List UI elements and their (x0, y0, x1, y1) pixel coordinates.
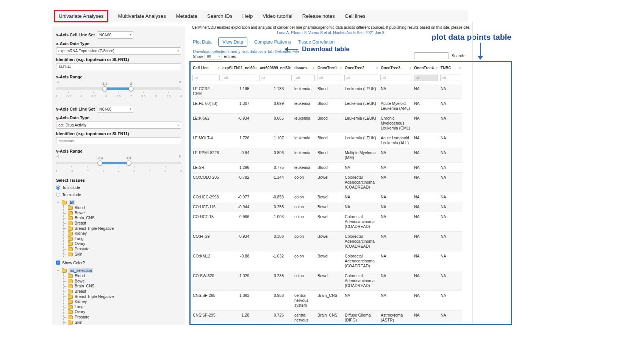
tissue-tree-item-skin[interactable]: Skin (64, 251, 181, 257)
tissue-tree-item-ovary[interactable]: Ovary (64, 241, 181, 247)
column-header-oncotree4[interactable]: OncoTree4▲▼ (413, 63, 439, 73)
sort-icon[interactable]: ▲▼ (409, 66, 411, 70)
tissue-tree-item-blood[interactable]: Blood (64, 205, 181, 211)
nav-item-release-notes[interactable]: Release notes (302, 13, 335, 19)
tab-view-data[interactable]: View Data (218, 37, 247, 47)
color-tree-item-skin[interactable]: Skin (64, 320, 181, 325)
color-tree-item-blood[interactable]: Blood (64, 273, 181, 279)
nav-item-cell-lines[interactable]: Cell lines (345, 13, 366, 19)
sort-icon[interactable]: ▲▼ (436, 66, 438, 70)
tissue-tree-item-breast-triple-negative[interactable]: Breast Triple Negative (64, 226, 181, 231)
column-filter-tnbc[interactable] (440, 75, 461, 81)
tissues-exclude-radio[interactable]: To exclude (56, 192, 181, 197)
table-row[interactable]: LE:SR1.2960.775leukemiaBloodNANANANA (191, 163, 462, 173)
tab-compare-patterns[interactable]: Compare Patterns (254, 39, 291, 45)
tissue-tree-item-bowel[interactable]: Bowel (64, 211, 181, 216)
table-row[interactable]: LE:K-562-0.9340.065leukemiaBloodLeukemia… (191, 114, 462, 133)
nav-item-search-ids[interactable]: Search IDs (207, 13, 233, 19)
y-range-slider[interactable]: -88 -2.4 1.3 -8-6-4-202468 (56, 154, 181, 174)
nav-item-metadata[interactable]: Metadata (176, 13, 197, 19)
sort-icon[interactable]: ▲▼ (217, 66, 220, 70)
y-data-type-select[interactable]: act: Drug Activity ▾ (56, 122, 181, 129)
color-tree-item-prostate[interactable]: Prostate (64, 315, 181, 320)
nav-item-help[interactable]: Help (242, 13, 253, 19)
color-tree-item-bowel[interactable]: Bowel (64, 279, 181, 284)
tree-collapse-icon[interactable]: ▾ (56, 201, 60, 204)
column-filter-tissues[interactable] (294, 75, 315, 81)
column-filter-expslfn11-nci60[interactable] (222, 75, 257, 81)
y-cell-line-set-select[interactable]: NCI-60 ▾ (97, 106, 133, 113)
slider-handle-high[interactable]: 1.3 (126, 161, 131, 165)
table-row[interactable]: LE:MOLT-41.7261.107leukemiaBloodLeukemia… (191, 133, 462, 148)
column-header-oncotree1[interactable]: OncoTree1▲▼ (316, 63, 343, 73)
sort-icon[interactable]: ▲▼ (459, 66, 461, 70)
tissue-tree-item-kidney[interactable]: Kidney (64, 231, 181, 236)
table-row[interactable]: CNS:SF-2681.8630.958central nervous syst… (191, 291, 462, 311)
slider-track[interactable]: -2.4 1.3 (56, 162, 181, 164)
column-filter-oncotree4[interactable] (414, 75, 438, 81)
tissue-tree-item-lung[interactable]: Lung (64, 236, 181, 242)
entries-count-select[interactable]: 60 ▾ (205, 53, 222, 59)
color-tree-item-ovary[interactable]: Ovary (64, 309, 181, 315)
nav-item-multivariate-analyses[interactable]: Multivariate Analyses (118, 13, 166, 19)
column-filter-oncotree2[interactable] (344, 75, 378, 81)
color-tree-item-breast-triple-negative[interactable]: Breast Triple Negative (64, 294, 181, 299)
sort-icon[interactable]: ▲▼ (340, 66, 342, 70)
table-row[interactable]: CNS:SF-2951.280.726central nervous syste… (191, 311, 462, 324)
column-header-cell-line[interactable]: Cell Line▲▼ (191, 63, 221, 73)
table-row[interactable]: CO:HCT-15-0.966-1.003colonBowelColorecta… (191, 212, 462, 232)
table-row[interactable]: CO:HT29-0.934-0.386colonBowelColorectal … (191, 232, 462, 251)
tree-collapse-icon[interactable]: ▾ (56, 269, 60, 272)
x-cell-line-set-select[interactable]: NCI-60 ▾ (97, 31, 133, 39)
color-tree-item-kidney[interactable]: Kidney (64, 299, 181, 304)
x-range-slider[interactable]: -78 -1.2 2 -7-5.5-4-2.5-10.523.556.58 (56, 80, 181, 100)
sort-icon[interactable]: ▲▼ (289, 66, 292, 70)
column-filter-act609699-nci60[interactable] (259, 75, 292, 81)
table-row[interactable]: LE:HL-60(TB)1.3070.699leukemiaBloodLeuke… (191, 99, 462, 114)
color-tree-item-breast[interactable]: Breast (64, 289, 181, 294)
slider-handle-low[interactable]: -2.4 (97, 161, 102, 165)
x-data-type-select[interactable]: exp: mRNA Expression (Z-Score) ▾ (56, 47, 181, 55)
search-input[interactable] (414, 52, 449, 59)
color-tree-item-brain-cns[interactable]: Brain_CNS (64, 284, 181, 289)
tissue-tree-root-label[interactable]: all (69, 200, 75, 205)
nav-item-video-tutorial[interactable]: Video tutorial (263, 13, 292, 19)
table-row[interactable]: CO:COLO 205-0.782-1.144colonBowelColorec… (191, 173, 462, 192)
color-tree-root[interactable]: ▾no_selection (56, 268, 181, 273)
slider-track[interactable]: -1.2 2 (56, 87, 181, 90)
tissue-tree-root[interactable]: ▾all (56, 200, 181, 205)
column-filter-oncotree3[interactable] (380, 75, 411, 81)
column-filter-oncotree1[interactable] (317, 75, 342, 81)
slider-handle-low[interactable]: -1.2 (102, 86, 107, 91)
sort-icon[interactable]: ▲▼ (255, 66, 257, 70)
sort-icon[interactable]: ▲▼ (376, 66, 378, 70)
show-color-checkbox[interactable]: ✓ Show Color? (56, 260, 181, 265)
column-header-oncotree2[interactable]: OncoTree2▲▼ (343, 63, 379, 73)
table-row[interactable]: CO:KM12-0.88-1.032colonBowelColorectal A… (191, 251, 462, 271)
slider-tick: 0 (118, 166, 119, 172)
column-header-act609699-nci60[interactable]: act609699_nci60▲▼ (258, 63, 293, 73)
column-filter-cell-line[interactable] (192, 75, 220, 81)
table-row[interactable]: CO:HCC-2998-0.977-0.853colonBowelNANANAN… (191, 192, 462, 202)
tissue-tree-item-prostate[interactable]: Prostate (64, 247, 181, 252)
tissue-tree-item-breast[interactable]: Breast (64, 221, 181, 226)
x-identifier-input[interactable] (56, 63, 181, 70)
column-header-tnbc[interactable]: TNBC▲▼ (439, 63, 462, 73)
tab-tissue-correlation[interactable]: Tissue Correlation (298, 39, 335, 45)
tissues-include-radio[interactable]: To include (56, 185, 181, 190)
column-header-oncotree3[interactable]: OncoTree3▲▼ (379, 63, 413, 73)
table-row[interactable]: CO:SW-620-1.0290.238colonBowelColorectal… (191, 271, 462, 291)
table-row[interactable]: LE:RPMI-8226-0.94-0.806leukemiaBloodMult… (191, 148, 462, 163)
tab-plot-data[interactable]: Plot Data (193, 39, 211, 45)
nav-item-univariate-analyses[interactable]: Univariate Analyses (54, 10, 108, 22)
table-row[interactable]: CO:HCT-116-0.9440.255colonBowelNANANANA (191, 202, 462, 212)
y-identifier-input[interactable] (56, 137, 181, 144)
column-header-tissues[interactable]: tissues▲▼ (293, 63, 316, 73)
color-tree-item-lung[interactable]: Lung (64, 304, 181, 310)
color-tree-root-label[interactable]: no_selection (69, 268, 93, 273)
column-header-expslfn11-nci60[interactable]: expSLFN11_nci60▲▼ (221, 63, 258, 73)
tissue-tree-item-brain-cns[interactable]: Brain_CNS (64, 215, 181, 221)
slider-handle-high[interactable]: 2 (128, 86, 133, 91)
table-row[interactable]: LE:CCRF-CEM1.1951.133leukemiaBloodLeukem… (191, 84, 462, 99)
sort-icon[interactable]: ▲▼ (313, 66, 315, 70)
